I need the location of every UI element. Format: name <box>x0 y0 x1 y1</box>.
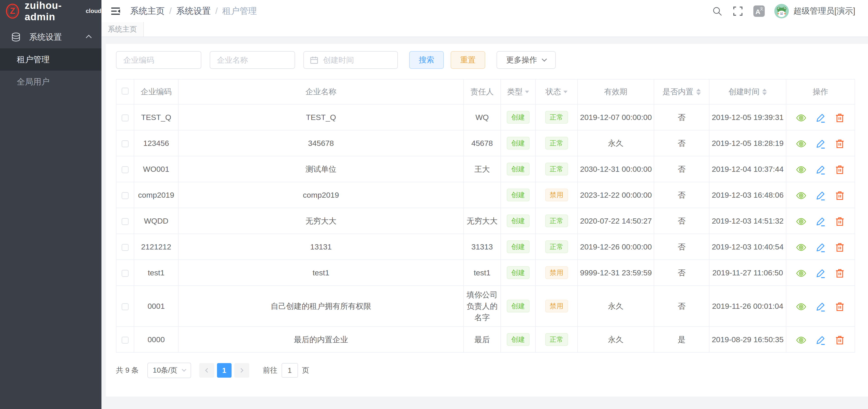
cell-actions <box>786 260 855 285</box>
page-size-select[interactable]: 10条/页 <box>147 363 191 378</box>
cell-validity: 2019-12-26 00:00:00 <box>578 234 654 260</box>
edit-icon[interactable] <box>815 139 826 149</box>
search-button[interactable]: 搜索 <box>409 51 444 69</box>
edit-icon[interactable] <box>815 165 826 175</box>
delete-icon[interactable] <box>835 268 845 279</box>
cell-owner <box>464 182 501 208</box>
cell-builtin: 否 <box>654 234 709 260</box>
column-header-select[interactable] <box>116 79 134 104</box>
row-checkbox[interactable] <box>122 337 128 344</box>
chevron-right-icon <box>239 368 243 373</box>
avatar[interactable] <box>774 4 789 19</box>
delete-icon[interactable] <box>835 113 845 123</box>
company-name-input[interactable] <box>210 51 295 69</box>
goto-page-input[interactable] <box>282 363 298 378</box>
reset-button[interactable]: 重置 <box>451 51 485 69</box>
cell-actions <box>786 234 855 260</box>
delete-icon[interactable] <box>835 302 845 312</box>
column-header-type[interactable]: 类型 <box>501 79 535 104</box>
view-icon[interactable] <box>796 268 806 279</box>
column-header-created[interactable]: 创建时间 <box>709 79 786 104</box>
collapse-menu-icon[interactable] <box>110 5 121 17</box>
search-icon[interactable] <box>712 6 722 16</box>
cell-code: WO001 <box>134 156 178 182</box>
created-time-input[interactable] <box>323 56 392 65</box>
cell-name: test1 <box>178 260 464 285</box>
cell-type: 创建 <box>501 130 535 156</box>
edit-icon[interactable] <box>815 191 826 201</box>
cell-builtin: 否 <box>654 208 709 234</box>
edit-icon[interactable] <box>815 113 826 123</box>
row-checkbox[interactable] <box>122 166 128 173</box>
company-code-input[interactable] <box>116 51 201 69</box>
delete-icon[interactable] <box>835 335 845 345</box>
delete-icon[interactable] <box>835 242 845 253</box>
cell-created: 2019-08-29 16:50:35 <box>709 327 786 352</box>
current-user-name[interactable]: 超级管理员[演示] <box>794 5 855 16</box>
row-checkbox[interactable] <box>122 218 128 225</box>
delete-icon[interactable] <box>835 216 845 227</box>
cell-validity: 永久 <box>578 327 654 352</box>
view-icon[interactable] <box>796 216 806 227</box>
cell-validity: 永久 <box>578 285 654 327</box>
column-header-validity: 有效期 <box>578 79 654 104</box>
row-checkbox[interactable] <box>122 303 128 310</box>
more-actions-button[interactable]: 更多操作 <box>497 51 556 69</box>
breadcrumb-item-home[interactable]: 系统主页 <box>130 5 165 17</box>
status-badge: 禁用 <box>545 266 568 279</box>
sidebar-item-tenant-management[interactable]: 租户管理 <box>0 48 101 71</box>
table-row: WO001测试单位王大创建正常2030-12-31 00:00:00否2019-… <box>116 156 855 182</box>
created-time-datepicker[interactable] <box>304 51 398 69</box>
tab-system-home[interactable]: 系统主页 <box>101 22 144 37</box>
column-label: 是否内置 <box>662 87 693 97</box>
delete-icon[interactable] <box>835 165 845 175</box>
language-icon[interactable]: A 文 <box>753 5 765 17</box>
view-icon[interactable] <box>796 191 806 201</box>
column-header-builtin[interactable]: 是否内置 <box>654 79 709 104</box>
table-header: 企业编码企业名称责任人类型状态有效期是否内置创建时间操作 <box>116 79 855 104</box>
column-header-status[interactable]: 状态 <box>535 79 578 104</box>
sort-arrows-icon[interactable] <box>762 89 767 95</box>
view-icon[interactable] <box>796 139 806 149</box>
view-icon[interactable] <box>796 242 806 253</box>
select-all-checkbox[interactable] <box>122 88 128 95</box>
row-checkbox[interactable] <box>122 244 128 251</box>
edit-icon[interactable] <box>815 335 826 345</box>
view-icon[interactable] <box>796 165 806 175</box>
row-checkbox[interactable] <box>122 140 128 147</box>
filter-caret-icon[interactable] <box>525 91 529 93</box>
cell-owner: 王大 <box>464 156 501 182</box>
sidebar-group-system-settings[interactable]: 系统设置 <box>0 26 101 48</box>
cell-status: 正常 <box>535 234 578 260</box>
edit-icon[interactable] <box>815 268 826 279</box>
cell-builtin: 否 <box>654 104 709 130</box>
delete-icon[interactable] <box>835 139 845 149</box>
sort-arrows-icon[interactable] <box>696 89 701 95</box>
cell-created: 2019-12-03 16:48:06 <box>709 182 786 208</box>
row-checkbox[interactable] <box>122 114 128 121</box>
edit-icon[interactable] <box>815 242 826 253</box>
view-icon[interactable] <box>796 335 806 345</box>
edit-icon[interactable] <box>815 302 826 312</box>
row-checkbox[interactable] <box>122 270 128 277</box>
next-page-button[interactable] <box>234 363 249 378</box>
cell-select <box>116 285 134 327</box>
cell-status: 禁用 <box>535 285 578 327</box>
filter-caret-icon[interactable] <box>563 91 567 93</box>
edit-icon[interactable] <box>815 216 826 227</box>
cell-actions <box>786 156 855 182</box>
view-icon[interactable] <box>796 302 806 312</box>
table-row: comp2019comp2019创建禁用2023-12-22 00:00:00否… <box>116 182 855 208</box>
cell-created: 2019-12-05 18:28:19 <box>709 130 786 156</box>
fullscreen-icon[interactable] <box>733 6 743 16</box>
column-label: 有效期 <box>604 87 627 97</box>
row-checkbox[interactable] <box>122 192 128 199</box>
cell-validity: 2019-12-07 00:00:00 <box>578 104 654 130</box>
prev-page-button[interactable] <box>199 363 214 378</box>
view-icon[interactable] <box>796 113 806 123</box>
delete-icon[interactable] <box>835 191 845 201</box>
page-number-1[interactable]: 1 <box>217 363 231 378</box>
sidebar-item-global-users[interactable]: 全局用户 <box>0 71 101 93</box>
breadcrumb-item-system-settings[interactable]: 系统设置 <box>176 5 211 17</box>
cell-validity: 2023-12-22 00:00:00 <box>578 182 654 208</box>
